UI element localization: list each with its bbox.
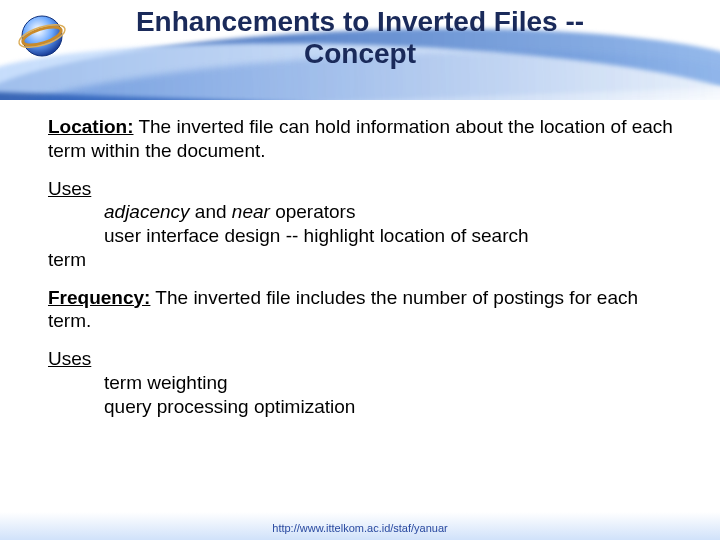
location-text: The inverted file can hold information a…	[48, 116, 673, 161]
uses-location-block: Uses adjacency and near operators user i…	[48, 177, 678, 272]
uses-item: term weighting	[48, 371, 678, 395]
uses-heading: Uses	[48, 177, 678, 201]
title-line-2: Concept	[304, 38, 416, 69]
text: and	[190, 201, 232, 222]
slide-title: Enhancements to Inverted Files -- Concep…	[0, 6, 720, 70]
location-block: Location: The inverted file can hold inf…	[48, 115, 678, 163]
frequency-block: Frequency: The inverted file includes th…	[48, 286, 678, 334]
title-line-1: Enhancements to Inverted Files --	[136, 6, 584, 37]
slide: Enhancements to Inverted Files -- Concep…	[0, 0, 720, 540]
location-label: Location:	[48, 116, 134, 137]
footer-url: http://www.ittelkom.ac.id/staf/yanuar	[0, 522, 720, 534]
uses-item: user interface design -- highlight locat…	[48, 224, 678, 248]
text: operators	[270, 201, 356, 222]
frequency-label: Frequency:	[48, 287, 150, 308]
uses-item: query processing optimization	[48, 395, 678, 419]
uses-item-cont: term	[48, 248, 678, 272]
uses-frequency-block: Uses term weighting query processing opt…	[48, 347, 678, 418]
uses-heading: Uses	[48, 347, 678, 371]
near-term: near	[232, 201, 270, 222]
adjacency-term: adjacency	[104, 201, 190, 222]
slide-body: Location: The inverted file can hold inf…	[48, 115, 678, 432]
uses-item: adjacency and near operators	[48, 200, 678, 224]
